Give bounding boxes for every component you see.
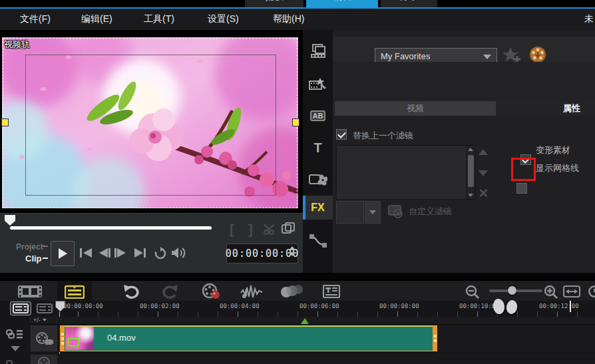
scroll-up-icon[interactable] <box>468 148 473 151</box>
instant-project-icon[interactable] <box>303 71 333 96</box>
spinner-down-icon[interactable] <box>289 252 296 256</box>
spinner-up-icon[interactable] <box>289 246 296 250</box>
title-icon[interactable]: T <box>303 135 333 160</box>
ruler-label: 00:00:02:00 <box>140 303 180 309</box>
replace-filter-checkbox[interactable] <box>336 129 347 140</box>
timecode-spinner[interactable] <box>289 246 296 256</box>
video-track-header[interactable] <box>30 325 58 352</box>
timecode-value: 00:00:00:00 <box>226 248 299 260</box>
clip-trim-handle-right[interactable] <box>433 326 437 351</box>
filter-preset-thumbnail[interactable] <box>336 201 364 224</box>
resize-handle-left[interactable] <box>1 118 9 126</box>
overlay-track-row[interactable] <box>59 354 595 364</box>
storyboard-view-icon[interactable] <box>17 283 43 299</box>
tab-edit[interactable]: 编辑 <box>306 0 378 7</box>
filter-list-scrollbar[interactable] <box>466 146 475 199</box>
graphic-icon[interactable] <box>303 167 333 192</box>
mark-out-button[interactable]: ] <box>248 222 253 238</box>
media-icon[interactable] <box>303 39 333 64</box>
motion-tracking-icon[interactable] <box>280 284 303 299</box>
chevron-down-icon <box>483 55 491 59</box>
sound-mixer-icon[interactable] <box>240 283 264 299</box>
scrubber-playhead[interactable] <box>5 215 15 226</box>
split-clip-icon[interactable] <box>264 224 277 236</box>
filter-move-down-button[interactable] <box>478 168 489 178</box>
project-duration-icon[interactable] <box>587 284 595 299</box>
library-menu-reel-icon[interactable] <box>529 46 546 63</box>
timeline-clip-04mov[interactable]: 04.mov <box>60 325 437 351</box>
show-grid-label: 显示网格线 <box>536 162 579 174</box>
ripple-edit-icon-partial[interactable] <box>5 359 19 364</box>
timeline-area: 00:00:00:00 00:00:02:00 00:00:04:00 00:0… <box>0 301 595 364</box>
redo-icon[interactable] <box>162 283 179 299</box>
enlarge-preview-icon[interactable] <box>282 222 295 234</box>
scroll-thumb[interactable] <box>468 155 474 187</box>
replace-filter-label: 替换上一个滤镜 <box>353 130 413 142</box>
mark-in-button[interactable]: [ <box>230 222 234 238</box>
clip-mode-label[interactable]: Clip <box>25 254 42 264</box>
show-all-tracks-icon[interactable] <box>11 302 31 315</box>
menu-tools[interactable]: 工具(T) <box>144 13 174 25</box>
zoom-in-icon[interactable] <box>543 285 559 299</box>
playback-panel: [ ] Project Clip <box>0 213 303 273</box>
ruler-label: 00:00:04:00 <box>220 303 260 309</box>
overlay-track-header[interactable] <box>30 354 58 364</box>
tab-video-options[interactable]: 视频 <box>335 101 496 116</box>
zoom-out-icon[interactable] <box>465 285 481 299</box>
timeline-left-rail <box>0 317 29 364</box>
menu-edit[interactable]: 编辑(E) <box>81 13 112 25</box>
customize-filter-icon[interactable] <box>387 203 405 219</box>
ruler-label: 00:00:08:00 <box>379 303 419 309</box>
tab-share[interactable]: 分享 <box>381 0 437 7</box>
preview-panel: 视频轨 <box>0 30 303 213</box>
repeat-button[interactable] <box>152 245 169 261</box>
filter-applied-badge <box>68 338 79 347</box>
zoom-slider-knob[interactable] <box>508 286 516 295</box>
library-options-panel: AB T FX My Favorites <box>303 30 595 273</box>
next-frame-button[interactable] <box>112 245 129 261</box>
show-grid-checkbox[interactable] <box>516 183 527 194</box>
tab-capture[interactable]: 捕获 <box>245 0 303 7</box>
menu-file[interactable]: 文件(F) <box>20 13 51 25</box>
clip-trim-handle-left[interactable] <box>60 326 65 351</box>
timeline-view-icon[interactable] <box>57 281 92 302</box>
record-capture-icon[interactable] <box>201 283 222 300</box>
filter-preset-dropdown[interactable] <box>365 201 381 224</box>
track-resize-strip: +/- <box>29 317 595 325</box>
transition-icon[interactable]: AB <box>303 103 333 128</box>
fit-timeline-icon[interactable] <box>563 285 580 297</box>
timeline-toolbar <box>0 279 595 302</box>
scrubber-bar[interactable] <box>10 226 212 230</box>
applied-filter-list[interactable] <box>336 145 476 200</box>
collapse-rail-icon[interactable] <box>11 346 20 351</box>
filter-move-up-button[interactable] <box>478 146 489 157</box>
menu-settings[interactable]: 设置(S) <box>208 13 239 25</box>
previous-frame-button[interactable] <box>96 245 113 261</box>
menu-help[interactable]: 帮助(H) <box>273 13 304 25</box>
library-nav-column: AB T FX <box>303 30 333 273</box>
timecode-field[interactable]: 00:00:00:00 <box>226 244 298 264</box>
customize-filter-label[interactable]: 自定义滤镜 <box>409 206 452 218</box>
volume-button[interactable] <box>170 245 188 261</box>
go-to-start-button[interactable] <box>77 245 95 261</box>
clip-thumbnail <box>65 327 94 350</box>
motion-path-icon[interactable] <box>303 228 333 254</box>
track-height-control[interactable]: +/- <box>33 317 47 323</box>
resize-handle-right[interactable] <box>292 118 299 126</box>
filter-icon-active[interactable]: FX <box>303 196 333 220</box>
timeline-zoom-slider[interactable] <box>489 289 542 292</box>
project-mode-label[interactable]: Project <box>16 242 43 252</box>
track-overlay-label: 视频轨 <box>4 39 30 51</box>
go-to-end-button[interactable] <box>132 245 149 261</box>
tutorial-highlight-box <box>511 158 536 181</box>
subtitle-editor-icon[interactable] <box>322 283 341 299</box>
ripple-edit-icon[interactable] <box>5 327 24 342</box>
track-manager-icon[interactable] <box>35 302 55 315</box>
undo-icon[interactable] <box>122 283 140 299</box>
scroll-down-icon[interactable] <box>468 194 473 197</box>
filter-delete-button[interactable] <box>478 188 489 198</box>
videostudio-window: 捕获 编辑 分享 文件(F) 编辑(E) 工具(T) 设置(S) 帮助(H) 未 <box>0 0 595 364</box>
tab-attribute-options[interactable]: 属性 <box>496 101 595 116</box>
chapter-marker[interactable] <box>301 318 309 324</box>
play-button[interactable] <box>51 241 75 266</box>
